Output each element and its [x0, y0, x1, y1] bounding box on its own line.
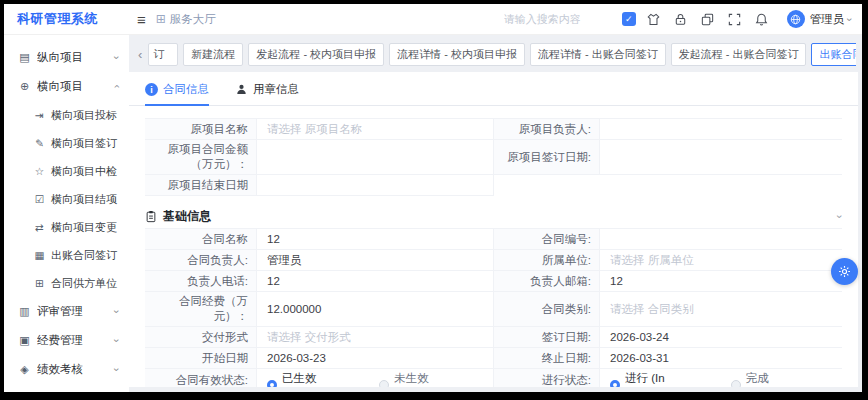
leader-email-field[interactable]: 12 — [600, 271, 842, 292]
basic-info-section-header[interactable]: 基础信息 › — [145, 206, 842, 226]
star-icon: ☆ — [33, 165, 46, 177]
field-label: 原项目结束日期 — [145, 175, 257, 196]
tab-contract-info[interactable]: i 合同信息 — [145, 82, 209, 105]
form-row: 负责人电话: 12 负责人邮箱: 12 — [145, 271, 842, 292]
sidebar-item-horizontal-change[interactable]: ⇄ 横向项目变更 — [4, 213, 129, 241]
content-panel: i 合同信息 用章信息 原项目名称 请选择 原项目名称 — [129, 72, 858, 387]
calendar-icon: ▦ — [33, 249, 46, 261]
radio-ineffective[interactable]: 未生效 (Ineffective) — [379, 371, 483, 387]
route-tab-bar: ‹ 订 新建流程 发起流程 - 校内项目申报 流程详情 - 校内项目申报 流程详… — [137, 42, 856, 66]
contract-leader-field[interactable]: 管理员 — [257, 250, 494, 271]
tab-clipped[interactable]: 订 — [148, 43, 178, 66]
sidebar-item-horizontal-projects[interactable]: ⊕ 横向项目 › — [4, 72, 129, 101]
original-end-date-field[interactable] — [257, 175, 494, 196]
sidebar-item-performance-assessment[interactable]: ◈ 绩效考核 › — [4, 355, 129, 384]
radio-selected-icon — [610, 380, 620, 388]
app-title: 科研管理系统 — [4, 10, 129, 28]
sidebar-item-review-management[interactable]: ▥ 评审管理 › — [4, 297, 129, 326]
field-label: 原项目签订日期: — [494, 140, 600, 175]
contract-category-select[interactable]: 请选择 合同类别 — [600, 292, 842, 327]
person-icon — [235, 83, 248, 96]
end-date-field[interactable]: 2026-03-31 — [600, 348, 842, 369]
basic-info-form: 合同名称 12 合同编号: 合同负责人: 管理员 所属单位: 请选择 所属单位 … — [145, 228, 842, 387]
leader-phone-field[interactable]: 12 — [257, 271, 494, 292]
user-avatar-globe-icon[interactable] — [787, 10, 805, 28]
field-label: 所属单位: — [494, 250, 600, 271]
tab-detail-campus-apply[interactable]: 流程详情 - 校内项目申报 — [389, 43, 525, 66]
sidebar-item-funds-management[interactable]: ▣ 经费管理 › — [4, 326, 129, 355]
contract-number-field[interactable] — [600, 229, 842, 250]
original-project-name-select[interactable]: 请选择 原项目名称 — [257, 119, 494, 140]
tab-outgoing-sign-detail-active[interactable]: 出账合同签订详情 × — [811, 43, 856, 66]
sidebar-item-horizontal-bid[interactable]: ⇥ 横向项目投标 — [4, 101, 129, 129]
tab-detail-outgoing-sign[interactable]: 流程详情 - 出账合同签订 — [530, 43, 666, 66]
delivery-form-select[interactable]: 请选择 交付形式 — [257, 327, 494, 348]
service-hall-icon: ⊞ — [156, 12, 166, 26]
clipboard-icon — [145, 210, 157, 223]
contract-name-field[interactable]: 12 — [257, 229, 494, 250]
field-label: 进行状态: — [494, 369, 600, 387]
sidebar-item-contract-supplier[interactable]: ⊞ 合同供方单位 — [4, 269, 129, 297]
chevron-up-icon: › — [112, 85, 123, 89]
radio-in-progress[interactable]: 进行 (In Progress) — [610, 371, 715, 387]
sidebar-item-outgoing-contract-sign[interactable]: ▦ 出账合同签订 — [4, 241, 129, 269]
plus-circle-icon: ⊕ — [18, 80, 31, 93]
fullscreen-icon[interactable] — [727, 12, 742, 27]
bell-icon[interactable] — [754, 12, 769, 27]
field-label: 负责人邮箱: — [494, 271, 600, 292]
sidebar-item-vertical-projects[interactable]: ▤ 纵向项目 › — [4, 43, 129, 72]
field-label: 原项目合同金额（万元）： — [145, 140, 257, 175]
field-label: 合同类别: — [494, 292, 600, 327]
book-icon: ▤ — [18, 51, 31, 64]
checkbox-icon: ☑ — [33, 193, 46, 205]
original-sign-date-field[interactable] — [600, 140, 842, 175]
app-window: 科研管理系统 ≡ ⊞ 服务大厅 ✓ 管理员 › — [4, 4, 862, 392]
lock-icon[interactable] — [673, 12, 688, 27]
form-row: 原项目合同金额（万元）： 原项目签订日期: — [145, 140, 842, 175]
sidebar-item-horizontal-midcheck[interactable]: ☆ 横向项目中检 — [4, 157, 129, 185]
scroll-left-icon[interactable]: ‹ — [137, 47, 143, 62]
gear-icon — [837, 264, 852, 279]
form-row: 合同名称 12 合同编号: — [145, 229, 842, 250]
hamburger-icon[interactable]: ≡ — [137, 11, 146, 28]
field-label: 签订日期: — [494, 327, 600, 348]
form-row: 原项目名称 请选择 原项目名称 原项目负责人: — [145, 119, 842, 140]
info-icon: i — [145, 83, 158, 96]
form-row: 开始日期 2026-03-23 终止日期: 2026-03-31 — [145, 348, 842, 369]
original-project-leader-field[interactable] — [600, 119, 842, 140]
top-header: 科研管理系统 ≡ ⊞ 服务大厅 ✓ 管理员 › — [4, 4, 862, 35]
contract-funds-field[interactable]: 12.000000 — [257, 292, 494, 327]
field-label: 原项目负责人: — [494, 119, 600, 140]
username[interactable]: 管理员 — [810, 12, 845, 27]
settings-fab[interactable] — [831, 258, 858, 285]
sign-date-field[interactable]: 2026-03-24 — [600, 327, 842, 348]
chevron-down-icon[interactable]: › — [845, 17, 856, 21]
radio-effective[interactable]: 已生效 (Effective) — [267, 371, 363, 387]
original-contract-amount-field[interactable] — [257, 140, 494, 175]
chevron-down-icon[interactable]: › — [835, 214, 846, 218]
theme-tshirt-icon[interactable] — [646, 12, 661, 27]
field-label: 合同名称 — [145, 229, 257, 250]
sidebar-item-horizontal-closeout[interactable]: ☑ 横向项目结项 — [4, 185, 129, 213]
tab-start-outgoing-sign[interactable]: 发起流程 - 出账合同签订 — [671, 43, 807, 66]
tab-seal-info[interactable]: 用章信息 — [235, 82, 299, 105]
radio-icon — [379, 380, 389, 388]
sidebar-item-horizontal-sign[interactable]: ✎ 横向项目签订 — [4, 129, 129, 157]
search-input[interactable] — [502, 12, 616, 26]
service-hall-label: 服务大厅 — [170, 12, 216, 27]
start-date-field[interactable]: 2026-03-23 — [257, 348, 494, 369]
owning-unit-select[interactable]: 请选择 所属单位 — [600, 250, 842, 271]
tab-new-process[interactable]: 新建流程 — [183, 43, 243, 66]
pen-icon: ✎ — [33, 137, 46, 149]
swap-arrows-icon: ⇄ — [33, 221, 46, 233]
content-tabs: i 合同信息 用章信息 — [129, 72, 858, 106]
export-icon: ⇥ — [33, 109, 46, 121]
service-hall-link[interactable]: ⊞ 服务大厅 — [156, 12, 216, 27]
form-row: 原项目结束日期 — [145, 175, 842, 196]
chevron-down-icon: › — [112, 339, 123, 343]
tab-start-campus-apply[interactable]: 发起流程 - 校内项目申报 — [248, 43, 384, 66]
field-label: 合同有效状态: — [145, 369, 257, 387]
radio-completed[interactable]: 完成 (Completed) — [731, 371, 832, 387]
copy-layers-icon[interactable] — [700, 12, 715, 27]
check-toggle-icon[interactable]: ✓ — [622, 12, 636, 26]
